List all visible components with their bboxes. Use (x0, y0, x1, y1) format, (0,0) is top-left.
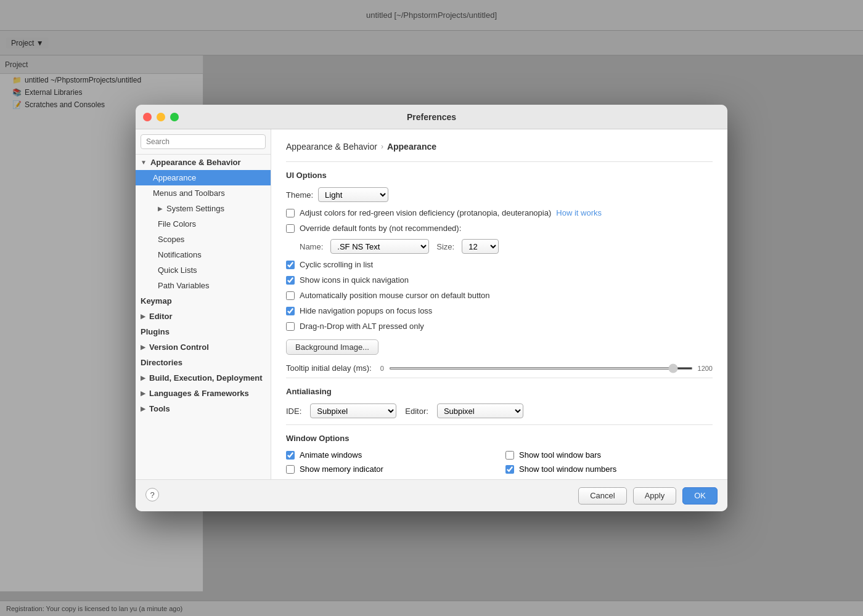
prefs-titlebar: Preferences (136, 105, 727, 129)
maximize-button[interactable] (170, 113, 179, 121)
show-tool-window-bars-row: Show tool window bars (505, 450, 713, 460)
editor-aa-label: Editor: (405, 407, 428, 416)
ide-background: untitled [~/PhpstormProjects/untitled] P… (0, 0, 863, 616)
theme-row: Theme: Light Darcula High Contrast (286, 187, 713, 202)
red-green-checkbox[interactable] (286, 209, 295, 217)
cancel-button[interactable]: Cancel (578, 487, 626, 505)
sidebar-item-build-execution[interactable]: ▶ Build, Execution, Deployment (136, 370, 271, 386)
override-fonts-row: Override default fonts by (not recommend… (286, 224, 713, 233)
how-it-works-link[interactable]: How it works (556, 208, 602, 217)
tooltip-row: Tooltip initial delay (ms): 0 1200 (286, 363, 713, 373)
show-tool-window-bars-label: Show tool window bars (519, 450, 601, 460)
minimize-button[interactable] (157, 113, 165, 121)
section-ui-options: UI Options (286, 171, 713, 180)
slider-container: 0 1200 (380, 365, 713, 372)
hide-navigation-checkbox[interactable] (286, 307, 295, 315)
font-size-select[interactable]: 12 10 11 13 14 (462, 239, 499, 254)
drag-drop-label: Drag-n-Drop with ALT pressed only (300, 322, 424, 331)
window-buttons (143, 113, 179, 121)
sidebar-item-editor[interactable]: ▶ Editor (136, 309, 271, 324)
sidebar-item-label: Menus and Toolbars (153, 188, 225, 198)
close-button[interactable] (143, 113, 152, 121)
chevron-right-icon: ▶ (141, 313, 145, 320)
font-row: Name: .SF NS Text Size: 12 10 11 13 14 (300, 239, 713, 254)
animate-windows-checkbox[interactable] (286, 451, 295, 460)
sidebar-item-label: Plugins (141, 327, 170, 336)
antialiasing-row: IDE: Subpixel Greyscale None Editor: Sub… (286, 403, 713, 418)
font-name-label: Name: (300, 242, 323, 251)
font-name-select[interactable]: .SF NS Text (330, 239, 429, 254)
breadcrumb-current: Appearance (387, 142, 436, 152)
sidebar-item-path-variables[interactable]: Path Variables (136, 278, 271, 293)
chevron-right-icon: ▶ (141, 405, 145, 412)
sidebar-item-label: Editor (149, 312, 173, 321)
prefs-content: Appearance & Behavior › Appearance UI Op… (271, 129, 727, 479)
search-input[interactable] (141, 134, 266, 149)
sidebar-item-version-control[interactable]: ▶ Version Control (136, 339, 271, 355)
bg-image-button[interactable]: Background Image... (286, 339, 378, 355)
sidebar-item-plugins[interactable]: Plugins (136, 324, 271, 339)
sidebar-item-tools[interactable]: ▶ Tools (136, 401, 271, 416)
prefs-sidebar: ▼ Appearance & Behavior Appearance Menus… (136, 129, 271, 479)
search-container (136, 129, 271, 155)
sidebar-item-label: Path Variables (158, 281, 210, 290)
section-divider (286, 161, 713, 162)
sidebar-item-directories[interactable]: Directories (136, 355, 271, 370)
window-options-grid: Animate windows Show tool window bars Sh… (286, 450, 713, 474)
drag-drop-row: Drag-n-Drop with ALT pressed only (286, 322, 713, 331)
help-button[interactable]: ? (145, 488, 159, 501)
prefs-title: Preferences (407, 112, 456, 122)
tooltip-slider[interactable] (389, 367, 693, 370)
chevron-down-icon: ▼ (141, 159, 147, 166)
red-green-row: Adjust colors for red-green vision defic… (286, 208, 713, 217)
show-tool-window-numbers-checkbox[interactable] (505, 465, 514, 474)
cyclic-scrolling-label: Cyclic scrolling in list (300, 260, 373, 269)
sidebar-item-notifications[interactable]: Notifications (136, 247, 271, 262)
auto-position-checkbox[interactable] (286, 291, 295, 300)
drag-drop-checkbox[interactable] (286, 322, 295, 331)
cyclic-scrolling-row: Cyclic scrolling in list (286, 260, 713, 269)
section-divider-2 (286, 378, 713, 378)
theme-select[interactable]: Light Darcula High Contrast (318, 187, 388, 202)
hide-navigation-label: Hide navigation popups on focus loss (300, 306, 432, 315)
show-tool-window-bars-checkbox[interactable] (505, 451, 514, 460)
section-divider-3 (286, 424, 713, 425)
animate-windows-label: Animate windows (300, 450, 362, 460)
section-antialiasing: Antialiasing (286, 387, 713, 396)
ok-button[interactable]: OK (682, 487, 718, 505)
show-tool-window-numbers-label: Show tool window numbers (519, 464, 616, 474)
chevron-right-icon: ▶ (158, 205, 163, 212)
chevron-right-icon: ▶ (141, 344, 145, 351)
sidebar-item-scopes[interactable]: Scopes (136, 232, 271, 247)
ide-aa-select[interactable]: Subpixel Greyscale None (310, 403, 396, 418)
apply-button[interactable]: Apply (633, 487, 677, 505)
sidebar-item-label: File Colors (158, 219, 196, 229)
breadcrumb-parent[interactable]: Appearance & Behavior (286, 142, 377, 152)
show-memory-indicator-label: Show memory indicator (300, 464, 383, 474)
slider-max: 1200 (698, 365, 713, 372)
sidebar-item-appearance-behavior[interactable]: ▼ Appearance & Behavior (136, 155, 271, 170)
chevron-right-icon: ▶ (141, 375, 145, 381)
breadcrumb-separator: › (381, 142, 383, 151)
sidebar-item-menus-toolbars[interactable]: Menus and Toolbars (136, 185, 271, 201)
sidebar-item-appearance[interactable]: Appearance (136, 170, 271, 185)
sidebar-item-system-settings[interactable]: ▶ System Settings (136, 201, 271, 216)
animate-windows-row: Animate windows (286, 450, 493, 460)
override-fonts-checkbox[interactable] (286, 224, 295, 233)
sidebar-item-label: Scopes (158, 235, 184, 244)
sidebar-item-file-colors[interactable]: File Colors (136, 216, 271, 232)
sidebar-item-quick-lists[interactable]: Quick Lists (136, 262, 271, 278)
prefs-body: ▼ Appearance & Behavior Appearance Menus… (136, 129, 727, 479)
sidebar-item-label: Tools (149, 404, 170, 413)
preferences-dialog: Preferences ▼ Appearance & Behavior Appe… (136, 105, 727, 511)
show-memory-indicator-checkbox[interactable] (286, 465, 295, 474)
sidebar-item-label: Languages & Frameworks (149, 389, 249, 398)
show-icons-checkbox[interactable] (286, 276, 295, 285)
cyclic-scrolling-checkbox[interactable] (286, 261, 295, 269)
editor-aa-select[interactable]: Subpixel Greyscale None (437, 403, 523, 418)
show-memory-indicator-row: Show memory indicator (286, 464, 493, 474)
section-window-options: Window Options (286, 434, 713, 443)
sidebar-item-keymap[interactable]: Keymap (136, 293, 271, 309)
override-fonts-label: Override default fonts by (not recommend… (300, 224, 461, 233)
sidebar-item-languages-frameworks[interactable]: ▶ Languages & Frameworks (136, 386, 271, 401)
